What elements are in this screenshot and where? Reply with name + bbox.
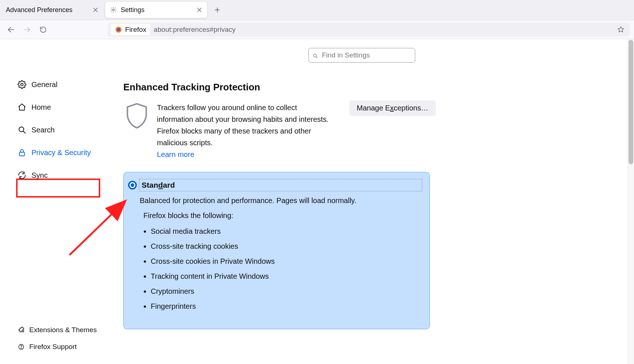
standard-blocks-list: Social media trackers Cross-site trackin… [143, 227, 422, 311]
settings-page: General Home Search Privacy & Security [0, 39, 634, 364]
close-icon[interactable] [196, 7, 203, 13]
sidebar-item-label: Privacy & Security [31, 149, 91, 157]
sidebar-item-label: Firefox Support [29, 343, 77, 351]
etp-description-text: Trackers follow you around online to col… [157, 104, 329, 147]
shield-icon [123, 102, 150, 131]
tab-advanced-preferences[interactable]: Advanced Preferences [1, 2, 103, 18]
sidebar-item-label: Search [31, 126, 55, 134]
gear-icon [110, 6, 117, 14]
sidebar-item-sync[interactable]: Sync [18, 166, 109, 184]
lock-icon [18, 148, 26, 157]
list-item: Tracking content in Private Windows [151, 272, 422, 281]
radio-standard[interactable] [128, 181, 137, 189]
sidebar-item-firefox-support[interactable]: Firefox Support [18, 340, 109, 354]
button-label: Manage Exceptions… [357, 104, 428, 112]
identity-box[interactable]: Firefox [111, 24, 150, 35]
svg-point-7 [21, 348, 21, 348]
tab-title: Settings [121, 6, 196, 14]
settings-sidebar: General Home Search Privacy & Security [0, 39, 109, 364]
tab-strip: Advanced Preferences Settings [0, 0, 634, 20]
sidebar-item-label: Home [31, 103, 51, 112]
firefox-icon [115, 26, 122, 33]
svg-point-8 [314, 54, 316, 57]
search-icon [18, 125, 26, 134]
svg-point-0 [113, 9, 115, 11]
svg-point-4 [19, 127, 24, 132]
search-icon [312, 52, 318, 58]
tab-title: Advanced Preferences [6, 6, 92, 14]
list-item: Cross-site cookies in Private Windows [151, 257, 422, 266]
scrollbar-thumb[interactable] [629, 40, 633, 164]
new-tab-button[interactable] [211, 3, 224, 16]
tab-settings[interactable]: Settings [105, 2, 207, 18]
settings-main: Enhanced Tracking Protection Trackers fo… [109, 39, 634, 364]
list-item: Social media trackers [151, 227, 422, 236]
sidebar-item-general[interactable]: General [18, 76, 109, 93]
sidebar-item-home[interactable]: Home [18, 98, 109, 116]
reload-button[interactable] [37, 23, 50, 36]
sidebar-item-extensions-themes[interactable]: Extensions & Themes [18, 323, 109, 337]
url-text: about:preferences#privacy [154, 26, 613, 34]
puzzle-icon [18, 326, 25, 334]
tracking-protection-standard-card[interactable]: Standard Balanced for protection and per… [123, 172, 430, 329]
standard-subtext: Balanced for protection and performance.… [140, 196, 422, 205]
svg-rect-5 [19, 152, 25, 156]
back-button[interactable] [4, 23, 18, 36]
scrollbar[interactable] [627, 39, 634, 364]
list-item: Cryptominers [151, 287, 422, 296]
svg-point-2 [117, 28, 120, 31]
nav-toolbar: Firefox about:preferences#privacy [0, 20, 634, 39]
help-icon [18, 343, 25, 350]
learn-more-link[interactable]: Learn more [157, 150, 194, 158]
list-item: Cross-site tracking cookies [151, 242, 422, 251]
gear-icon [18, 80, 26, 89]
sidebar-item-label: Extensions & Themes [29, 326, 97, 334]
etp-description: Trackers follow you around online to col… [157, 102, 329, 160]
sidebar-item-privacy-security[interactable]: Privacy & Security [18, 144, 109, 161]
standard-blocks-label: Firefox blocks the following: [143, 211, 422, 220]
section-title-etp: Enhanced Tracking Protection [123, 82, 634, 93]
identity-label: Firefox [125, 26, 146, 34]
forward-button[interactable] [20, 23, 34, 36]
home-icon [18, 103, 26, 112]
radio-standard-label: Standard [139, 179, 422, 191]
close-icon[interactable] [92, 7, 99, 13]
find-in-settings[interactable] [308, 48, 415, 63]
sidebar-item-label: General [31, 80, 57, 89]
sync-icon [18, 171, 26, 180]
find-input[interactable] [321, 51, 411, 60]
sidebar-item-search[interactable]: Search [18, 121, 109, 139]
sidebar-item-label: Sync [31, 171, 48, 180]
svg-point-3 [21, 83, 23, 86]
bookmark-star-icon[interactable] [616, 26, 626, 33]
url-bar[interactable]: Firefox about:preferences#privacy [108, 23, 630, 37]
manage-exceptions-button[interactable]: Manage Exceptions… [349, 100, 436, 116]
list-item: Fingerprinters [151, 302, 422, 311]
